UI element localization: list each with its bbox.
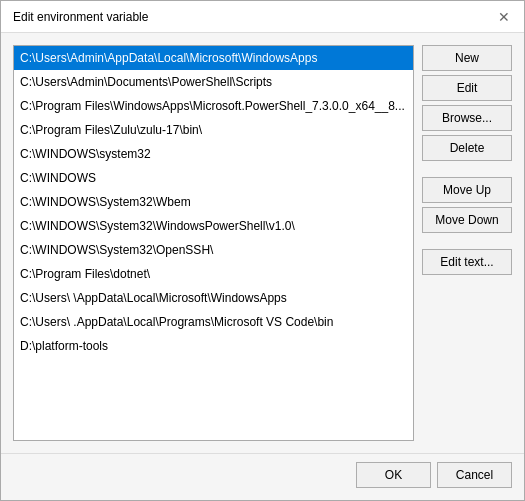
dialog-content: C:\Users\Admin\AppData\Local\Microsoft\W… [1, 33, 524, 453]
cancel-button[interactable]: Cancel [437, 462, 512, 488]
close-button[interactable]: ✕ [496, 9, 512, 25]
spacer-1 [422, 165, 512, 173]
list-item[interactable]: C:\Users\Admin\Documents\PowerShell\Scri… [14, 70, 413, 94]
list-item[interactable]: C:\Program Files\Zulu\zulu-17\bin\ [14, 118, 413, 142]
edit-text-button[interactable]: Edit text... [422, 249, 512, 275]
delete-button[interactable]: Delete [422, 135, 512, 161]
list-item[interactable]: C:\Users\ \AppData\Local\Microsoft\Windo… [14, 286, 413, 310]
list-item[interactable]: C:\WINDOWS\System32\WindowsPowerShell\v1… [14, 214, 413, 238]
path-list[interactable]: C:\Users\Admin\AppData\Local\Microsoft\W… [13, 45, 414, 441]
title-bar: Edit environment variable ✕ [1, 1, 524, 33]
dialog-footer: OK Cancel [1, 453, 524, 500]
spacer-2 [422, 237, 512, 245]
edit-button[interactable]: Edit [422, 75, 512, 101]
list-item[interactable]: C:\WINDOWS [14, 166, 413, 190]
browse-button[interactable]: Browse... [422, 105, 512, 131]
edit-env-variable-dialog: Edit environment variable ✕ C:\Users\Adm… [0, 0, 525, 501]
dialog-title: Edit environment variable [13, 10, 148, 24]
list-item[interactable]: C:\WINDOWS\System32\Wbem [14, 190, 413, 214]
list-item[interactable]: C:\Users\ .AppData\Local\Programs\Micros… [14, 310, 413, 334]
move-up-button[interactable]: Move Up [422, 177, 512, 203]
list-item[interactable]: D:\platform-tools [14, 334, 413, 358]
move-down-button[interactable]: Move Down [422, 207, 512, 233]
list-item[interactable]: C:\Program Files\dotnet\ [14, 262, 413, 286]
list-item[interactable]: C:\WINDOWS\System32\OpenSSH\ [14, 238, 413, 262]
list-item[interactable]: C:\WINDOWS\system32 [14, 142, 413, 166]
buttons-panel: New Edit Browse... Delete Move Up Move D… [422, 45, 512, 441]
ok-button[interactable]: OK [356, 462, 431, 488]
list-item[interactable]: C:\Users\Admin\AppData\Local\Microsoft\W… [14, 46, 413, 70]
new-button[interactable]: New [422, 45, 512, 71]
list-item[interactable]: C:\Program Files\WindowsApps\Microsoft.P… [14, 94, 413, 118]
